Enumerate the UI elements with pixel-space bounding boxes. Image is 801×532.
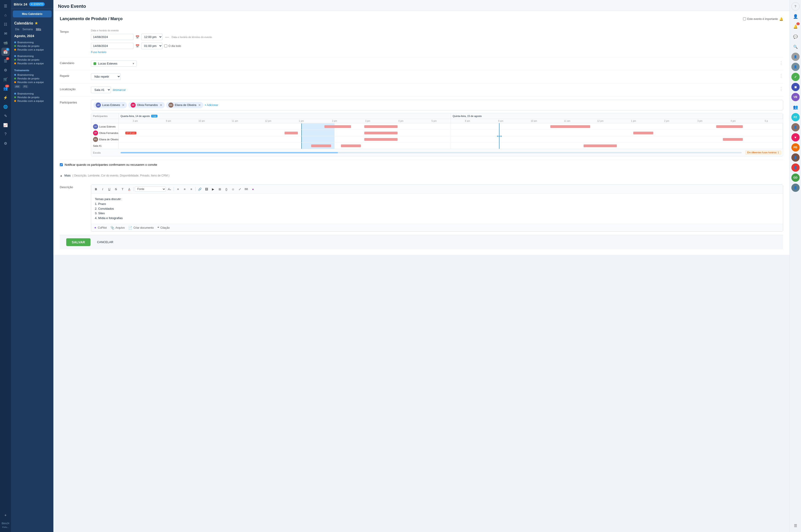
start-date-input[interactable] [91, 34, 133, 40]
editor-content[interactable]: Temas para discutir: 1. Prazo 2. Convida… [91, 194, 783, 224]
list-item[interactable]: Brainstorming [13, 54, 51, 58]
important-checkbox[interactable] [743, 17, 746, 20]
drag-handle-repeat[interactable]: ⋮ [779, 73, 783, 78]
list-item[interactable]: Revisão de projeto [13, 58, 51, 61]
video-icon[interactable]: 📹 [1, 38, 10, 47]
list-ordered-button[interactable]: ≡ [175, 186, 181, 192]
list-item[interactable]: Reunião com a equipe [13, 61, 51, 65]
cancel-button[interactable]: CANCELAR [93, 238, 117, 246]
underline-button[interactable]: U [106, 186, 112, 192]
avatar-brown-2[interactable]: 👤 [791, 153, 800, 162]
avatar-red[interactable]: 👤 [791, 164, 800, 172]
avatar-pink[interactable]: ♥ [791, 133, 800, 141]
criar-documento-button[interactable]: 📄 Criar documento [128, 226, 154, 230]
avatar-blue-grid[interactable]: ▦ [791, 83, 800, 91]
hamburger-icon[interactable]: ☰ [1, 2, 10, 10]
start-time-select[interactable]: 12:00 pm 12:30 pm 01:00 pm [141, 34, 162, 40]
unmark-link[interactable]: desmarcar [113, 88, 126, 92]
person-icon[interactable]: 👤 [791, 12, 800, 21]
list-item[interactable]: Reunião com a equipe [13, 99, 51, 103]
link-button[interactable]: 🔗 [197, 186, 203, 192]
more-toggle[interactable]: ▲ Mais ( Descrição, Lembrete, Cor do eve… [60, 172, 783, 179]
list-item[interactable]: Reunião com a equipe [13, 48, 51, 52]
special-button[interactable]: ♦ [250, 186, 256, 192]
remove-olivia[interactable]: ✕ [160, 103, 162, 107]
list-item[interactable]: Revisão de projeto [13, 77, 51, 80]
repeat-select[interactable]: Não repetir Diariamente Semanalmente [91, 73, 121, 80]
avatar-pz[interactable]: PZ [791, 113, 800, 121]
feed-icon[interactable]: ☷ [1, 20, 10, 28]
end-time-select[interactable]: 01:00 pm 01:30 pm [141, 42, 162, 49]
location-select[interactable]: Sala #1 Sala #2 [91, 87, 111, 93]
menu-lines-icon[interactable]: ☰ [791, 521, 800, 530]
timezone-link[interactable]: Fuso horário [91, 51, 783, 54]
shop-icon[interactable]: 🛒 [1, 75, 10, 83]
edit-icon[interactable]: ✎ [1, 112, 10, 120]
code-button[interactable]: {} [223, 186, 229, 192]
chat-icon[interactable]: ✉ [1, 29, 10, 38]
help-sidebar-icon[interactable]: ? [1, 130, 10, 138]
calendar-icon[interactable]: 📅5 [1, 48, 10, 56]
notify-checkbox[interactable] [60, 163, 63, 166]
list-unordered-button[interactable]: ≡ [182, 186, 188, 192]
list-item[interactable]: Brainstorming [13, 40, 51, 44]
my-calendar-button[interactable]: Meu Calendário [13, 11, 52, 17]
font-color-button[interactable]: A [126, 186, 132, 192]
table-button[interactable]: ⊞ [217, 186, 223, 192]
strikethrough-button[interactable]: S [113, 186, 119, 192]
avatar-gd[interactable]: GD [791, 173, 800, 182]
remove-lucas[interactable]: ✕ [122, 103, 125, 107]
analytics-icon[interactable]: 📈 [1, 121, 10, 129]
users-icon[interactable]: 👥 [791, 103, 800, 111]
video-button[interactable]: ▶ [210, 186, 216, 192]
tab-mes[interactable]: Mês [35, 27, 42, 31]
add-sidebar-icon[interactable]: + [1, 511, 10, 519]
add-participant-button[interactable]: + Adicionar [205, 103, 218, 107]
list-item[interactable]: Reunião com a equipe [13, 80, 51, 84]
contacts-icon[interactable]: 👥32 [1, 84, 10, 93]
automation-icon[interactable]: ⚡ [1, 93, 10, 102]
list-item[interactable]: Brainstorming [13, 92, 51, 95]
drag-handle-calendar[interactable]: ⋮ [779, 60, 783, 65]
text-style-button[interactable]: T [120, 186, 126, 192]
align-button[interactable]: ≡ [188, 186, 194, 192]
remove-eliana[interactable]: ✕ [198, 103, 201, 107]
bell-icon[interactable]: 🔔2 [791, 22, 800, 31]
settings-sidebar-icon[interactable]: ⚙ [1, 139, 10, 148]
citacao-button[interactable]: ❝ Citação [158, 226, 170, 230]
font-select[interactable]: Fonte Arial Times New Roman [135, 187, 166, 192]
list-item[interactable]: Revisão de projeto [13, 44, 51, 48]
help-right-icon[interactable]: ? [791, 2, 800, 11]
home-icon[interactable]: ⌂ [1, 11, 10, 19]
avatar-user-2[interactable]: 👤 [791, 63, 800, 71]
list-item[interactable]: Revisão de projeto [13, 95, 51, 99]
drag-handle-location[interactable]: ⋮ [779, 87, 783, 92]
italic-button[interactable]: I [100, 186, 106, 192]
avatar-grey[interactable]: 👤 [791, 184, 800, 192]
avatar-user-main[interactable]: 👤 [791, 53, 800, 61]
copilot-button[interactable]: ✦ CoPilot [94, 226, 107, 230]
font-size-button[interactable]: Aₓ [167, 186, 172, 192]
tasks-icon[interactable]: ☰5 [1, 57, 10, 65]
arquivo-button[interactable]: 📎 Arquivo [110, 226, 125, 230]
avatar-brown[interactable]: 👤 [791, 123, 800, 131]
end-date-input[interactable] [91, 43, 133, 49]
avatar-green[interactable]: ✓ [791, 73, 800, 81]
calendar-select[interactable]: Lucas Esteves ▾ [91, 60, 137, 66]
bb-button[interactable]: BB [243, 186, 249, 192]
tab-dia[interactable]: Dia [14, 27, 20, 31]
chat-right-icon[interactable]: 💬 [791, 33, 800, 41]
tab-semana[interactable]: Semana [21, 27, 34, 31]
bold-button[interactable]: B [93, 186, 99, 192]
avatar-pb[interactable]: PB [791, 143, 800, 152]
avatar-vb[interactable]: VB [791, 93, 800, 101]
expand-button[interactable]: ⤢ [237, 186, 243, 192]
emoji-button[interactable]: ☺ [230, 186, 236, 192]
search-icon[interactable]: 🔍 [791, 42, 800, 51]
event-title-input[interactable] [60, 17, 743, 21]
all-day-checkbox[interactable] [164, 44, 167, 48]
crm-icon[interactable]: ⚙ [1, 66, 10, 74]
close-evento-icon[interactable]: ✕ [31, 3, 33, 6]
image-button[interactable]: 🖼 [203, 186, 210, 192]
list-item[interactable]: Brainstorming [13, 73, 51, 77]
